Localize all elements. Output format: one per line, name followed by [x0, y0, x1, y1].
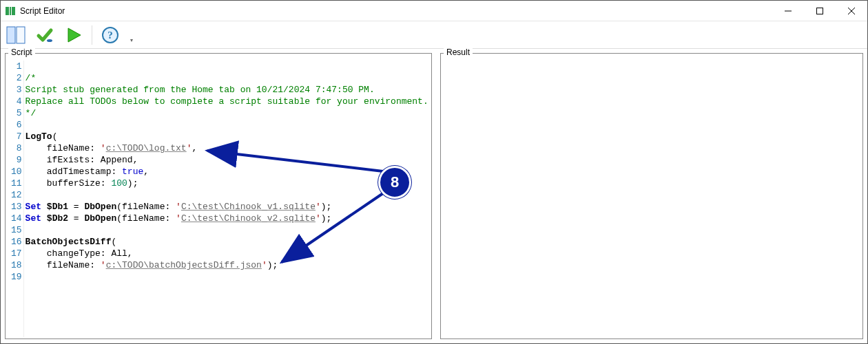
code-token-str: ' — [176, 202, 181, 212]
line-number: 18 — [11, 259, 22, 271]
toolbar: ? ▾ — [1, 21, 867, 49]
code-token-plain: ); — [267, 260, 278, 270]
line-gutter: 12345678910111213141516171819 — [7, 61, 24, 337]
code-line[interactable] — [25, 224, 430, 236]
code-token-var: $Db2 — [47, 213, 68, 224]
validate-button[interactable] — [34, 24, 56, 46]
code-token-num: 100 — [111, 178, 127, 189]
code-token-comment: */ — [25, 108, 37, 118]
code-token-func: BatchObjectsDiff — [25, 237, 112, 247]
script-panel-header: Script — [8, 47, 35, 58]
run-button[interactable] — [63, 24, 85, 46]
layout-panels-button[interactable] — [5, 24, 27, 46]
code-token-arg: fileName: — [25, 143, 101, 153]
line-number: 10 — [11, 166, 22, 178]
code-token-func: DbOpen — [84, 213, 116, 224]
code-line[interactable] — [25, 119, 430, 131]
code-token-path: C:\test\Chinook_v2.sqlite — [181, 213, 316, 224]
code-token-arg: changeType: — [25, 248, 112, 259]
svg-rect-2 — [12, 7, 15, 15]
content-area: Script 12345678910111213141516171819 /*S… — [1, 49, 867, 343]
code-token-plain: = — [68, 202, 84, 212]
code-line[interactable] — [25, 61, 430, 72]
code-line[interactable]: BatchObjectsDiff( — [25, 236, 430, 248]
code-line[interactable]: fileName: 'c:\TODO\log.txt', — [25, 142, 430, 154]
code-line[interactable]: Script stub generated from the Home tab … — [25, 84, 430, 96]
code-token-plain: ( — [52, 131, 58, 142]
annotation-badge-text: 8 — [391, 173, 399, 191]
toolbar-overflow-icon[interactable]: ▾ — [128, 24, 135, 46]
help-button[interactable]: ? — [99, 24, 121, 46]
code-token-enum: Append — [101, 155, 133, 165]
code-token-arg: fileName: — [25, 260, 101, 270]
code-line[interactable] — [25, 189, 430, 201]
code-line[interactable]: Replace all TODOs below to complete a sc… — [25, 96, 430, 107]
code-token-str: ' — [176, 213, 181, 224]
code-line[interactable]: Set $Db1 = DbOpen(fileName: 'C:\test\Chi… — [25, 201, 430, 213]
app-icon — [5, 6, 16, 17]
toolbar-separator — [92, 25, 92, 45]
code-token-arg: (fileName: — [116, 213, 176, 224]
code-token-comment: Script stub generated from the Home tab … — [25, 85, 375, 95]
result-body — [441, 59, 862, 338]
code-line[interactable]: bufferSize: 100); — [25, 178, 430, 189]
line-number: 9 — [11, 154, 22, 166]
code-line[interactable] — [25, 271, 430, 283]
line-number: 17 — [11, 248, 22, 259]
svg-rect-8 — [17, 27, 25, 43]
svg-text:?: ? — [107, 30, 113, 41]
line-number: 1 — [11, 61, 22, 72]
svg-rect-7 — [7, 27, 15, 43]
code-body[interactable]: /*Script stub generated from the Home ta… — [25, 61, 430, 337]
annotation-badge: 8 — [378, 166, 411, 199]
code-line[interactable]: /* — [25, 72, 430, 84]
line-number: 5 — [11, 107, 22, 119]
window-controls — [772, 1, 867, 21]
maximize-button[interactable] — [804, 1, 836, 21]
line-number: 11 — [11, 178, 22, 189]
code-token-str: ' — [101, 143, 106, 153]
code-token-plain: = — [68, 213, 84, 224]
code-token-arg: bufferSize: — [25, 178, 112, 189]
result-panel: Result — [440, 53, 863, 339]
line-number: 8 — [11, 142, 22, 154]
code-line[interactable]: addTimestamp: true, — [25, 166, 430, 178]
code-line[interactable]: Set $Db2 = DbOpen(fileName: 'C:\test\Chi… — [25, 213, 430, 224]
code-token-comment: Replace all TODOs below to complete a sc… — [25, 96, 428, 107]
code-line[interactable]: ifExists: Append, — [25, 154, 430, 166]
line-number: 13 — [11, 201, 22, 213]
svg-rect-4 — [817, 8, 823, 14]
code-token-path: c:\TODO\log.txt — [106, 143, 187, 153]
line-number: 4 — [11, 96, 22, 107]
titlebar: Script Editor — [1, 1, 867, 21]
line-number: 15 — [11, 224, 22, 236]
line-number: 14 — [11, 213, 22, 224]
code-token-plain: ( — [111, 237, 116, 247]
line-number: 7 — [11, 131, 22, 142]
result-panel-header: Result — [444, 47, 473, 58]
code-token-arg: addTimestamp: — [25, 166, 122, 177]
code-line[interactable]: */ — [25, 107, 430, 119]
svg-rect-0 — [6, 7, 9, 15]
code-token-plain: ); — [321, 202, 332, 212]
code-token-str: ' — [316, 202, 321, 212]
minimize-button[interactable] — [772, 1, 804, 21]
script-editor[interactable]: 12345678910111213141516171819 /*Script s… — [6, 59, 431, 338]
code-token-plain: , — [143, 166, 149, 177]
code-token-kw: Set — [25, 213, 47, 224]
script-panel: Script 12345678910111213141516171819 /*S… — [5, 53, 432, 339]
code-token-func: DbOpen — [84, 202, 116, 212]
window-title: Script Editor — [20, 6, 65, 16]
close-button[interactable] — [836, 1, 867, 21]
code-token-path: C:\test\Chinook_v1.sqlite — [181, 202, 316, 212]
code-token-func: LogTo — [25, 131, 52, 142]
line-number: 2 — [11, 72, 22, 84]
code-token-plain: ); — [127, 178, 138, 189]
code-line[interactable]: LogTo( — [25, 131, 430, 142]
svg-point-9 — [47, 39, 52, 42]
code-line[interactable]: fileName: 'c:\TODO\batchObjectsDiff.json… — [25, 259, 430, 271]
code-token-comment: /* — [25, 73, 37, 83]
code-line[interactable]: changeType: All, — [25, 248, 430, 259]
line-number: 3 — [11, 84, 22, 96]
code-token-plain: , — [127, 248, 133, 259]
